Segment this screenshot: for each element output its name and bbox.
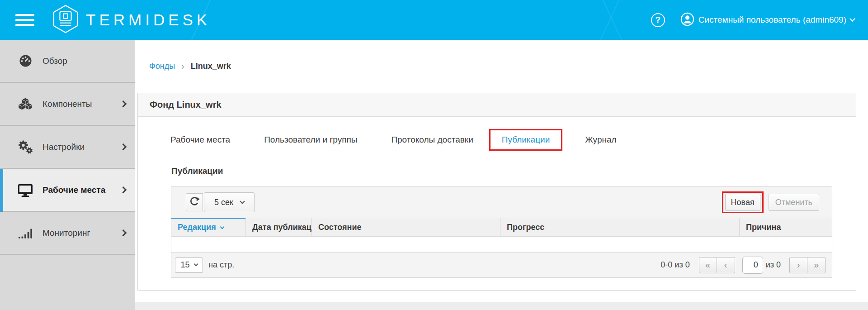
chevron-right-icon bbox=[120, 100, 127, 108]
new-publication-button[interactable]: Новая bbox=[725, 194, 760, 211]
monitor-icon bbox=[17, 183, 33, 197]
chevron-right-icon bbox=[120, 143, 127, 151]
page-size-value: 15 bbox=[180, 260, 189, 270]
sidebar-item-label: Компоненты bbox=[42, 99, 92, 109]
logo-text: TERMIDESK bbox=[86, 11, 211, 29]
table-header-row: Редакция Дата публикации Состояние Прогр… bbox=[171, 218, 832, 237]
fund-card: Фонд Linux_wrk Рабочие места Пользовател… bbox=[137, 93, 856, 291]
app-logo[interactable]: TERMIDESK bbox=[52, 5, 211, 35]
sidebar-item-workplaces[interactable]: Рабочие места bbox=[0, 169, 135, 212]
sidebar-item-label: Настройки bbox=[42, 142, 85, 152]
tab-bar: Рабочие места Пользователи и группы Прот… bbox=[138, 129, 856, 151]
annotation-box-new-button: Новая bbox=[722, 191, 764, 213]
per-page-label: на стр. bbox=[208, 260, 234, 270]
gauge-icon bbox=[17, 54, 33, 67]
sidebar-item-monitoring[interactable]: Мониторинг bbox=[0, 212, 135, 255]
breadcrumb-link-funds[interactable]: Фонды bbox=[149, 62, 175, 71]
prev-page-button[interactable]: ‹ bbox=[717, 257, 735, 273]
help-icon[interactable]: ? bbox=[651, 13, 665, 27]
column-header-reason[interactable]: Причина bbox=[740, 218, 832, 236]
main-area: Фонды › Linux_wrk Фонд Linux_wrk Рабочие… bbox=[135, 40, 868, 310]
topbar: TERMIDESK ? Системный пользователь (admi… bbox=[0, 0, 868, 40]
tab-workplaces[interactable]: Рабочие места bbox=[170, 135, 230, 145]
pagination-bar: 15 на стр. 0-0 из 0 « ‹ из 0 bbox=[171, 252, 832, 277]
refresh-interval-value: 5 сек bbox=[214, 198, 233, 207]
breadcrumb-separator-icon: › bbox=[181, 61, 184, 72]
chevron-down-icon bbox=[240, 199, 245, 204]
table-empty-message bbox=[171, 237, 832, 252]
card-title: Фонд Linux_wrk bbox=[138, 93, 856, 117]
last-page-button[interactable]: » bbox=[807, 257, 826, 273]
refresh-icon bbox=[189, 196, 200, 209]
user-menu[interactable]: Системный пользователь (admin609) bbox=[680, 12, 854, 28]
range-label: 0-0 из 0 bbox=[660, 260, 689, 270]
chevron-down-icon bbox=[849, 16, 855, 22]
annotation-box-publications-tab: Публикации bbox=[489, 129, 563, 151]
chevron-right-icon bbox=[120, 186, 127, 194]
tab-publications[interactable]: Публикации bbox=[502, 135, 550, 144]
sidebar-item-overview[interactable]: Обзор bbox=[0, 40, 135, 83]
sidebar-item-components[interactable]: Компоненты bbox=[0, 83, 135, 126]
first-page-button[interactable]: « bbox=[699, 257, 717, 273]
tab-journal[interactable]: Журнал bbox=[585, 135, 616, 145]
column-header-publish-date[interactable]: Дата публикации bbox=[246, 218, 312, 236]
column-header-progress[interactable]: Прогресс bbox=[500, 218, 740, 236]
sidebar: Обзор bbox=[0, 40, 135, 310]
tab-delivery-protocols[interactable]: Протоколы доставки bbox=[391, 135, 473, 145]
page-size-select[interactable]: 15 bbox=[175, 258, 203, 273]
column-header-revision[interactable]: Редакция bbox=[171, 218, 246, 236]
column-header-label: Редакция bbox=[178, 223, 216, 232]
panel-toolbar: 5 сек Новая Отменить bbox=[171, 187, 832, 218]
gears-icon bbox=[17, 140, 33, 154]
next-page-button[interactable]: › bbox=[789, 257, 807, 273]
signal-icon bbox=[17, 227, 33, 239]
sort-desc-icon bbox=[220, 225, 224, 229]
sidebar-item-settings[interactable]: Настройки bbox=[0, 126, 135, 169]
user-name: Системный пользователь (admin609) bbox=[698, 15, 846, 25]
breadcrumb-current: Linux_wrk bbox=[191, 62, 231, 71]
user-avatar-icon bbox=[680, 12, 694, 28]
cubes-icon bbox=[17, 97, 33, 111]
sidebar-item-label: Обзор bbox=[42, 56, 67, 66]
hamburger-menu-icon[interactable] bbox=[15, 14, 34, 26]
refresh-interval-select[interactable]: 5 сек bbox=[204, 192, 255, 212]
page-of-label: из 0 bbox=[766, 260, 781, 270]
section-title: Публикации bbox=[171, 166, 856, 176]
sidebar-item-label: Рабочие места bbox=[42, 185, 105, 195]
chevron-right-icon bbox=[120, 229, 127, 237]
publications-panel: 5 сек Новая Отменить Редакция bbox=[171, 186, 832, 278]
refresh-button[interactable] bbox=[186, 193, 203, 211]
tab-users-groups[interactable]: Пользователи и группы bbox=[264, 135, 357, 145]
sidebar-item-label: Мониторинг bbox=[42, 228, 90, 238]
cancel-button[interactable]: Отменить bbox=[769, 194, 819, 211]
column-header-state[interactable]: Состояние bbox=[312, 218, 500, 236]
logo-hexagon-icon bbox=[52, 5, 79, 35]
page-number-input[interactable] bbox=[742, 257, 763, 274]
chevron-down-icon bbox=[193, 262, 198, 267]
breadcrumb: Фонды › Linux_wrk bbox=[135, 40, 868, 93]
